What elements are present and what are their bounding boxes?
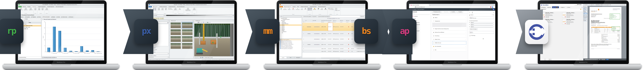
tools-section-label[interactable]: Werkzeuge⌃: [584, 6, 587, 7]
images-from-px-button[interactable]: ❐ Bilder aus PX: [335, 10, 340, 11]
next-page-icon[interactable]: ›: [546, 59, 547, 60]
ribbon-button[interactable]: Hauptbericht: [28, 8, 33, 10]
tree-item[interactable]: anlagen: [280, 30, 302, 31]
reload-button[interactable]: ○ Neu Laden: [168, 8, 172, 9]
prev-icon[interactable]: ‹: [196, 22, 196, 23]
email-button[interactable]: ✉E-Mail: [178, 8, 181, 10]
filter-cell[interactable]: Bei...: [303, 22, 306, 22]
stroke-width-select[interactable]: 1px ▾: [201, 22, 202, 23]
new-tab-icon[interactable]: +: [430, 5, 430, 6]
magnifier-icon[interactable]: [202, 57, 203, 58]
ribbon-tab[interactable]: Globale Konfiguration: [38, 6, 46, 7]
ribbon-tab[interactable]: Auswertung: [31, 6, 37, 7]
filter-cell[interactable]: Ist gleich: [346, 22, 351, 22]
suche-button[interactable]: Suche: [304, 8, 306, 10]
layout-item[interactable]: P060 Nachfrist abgelaufen (gefiltert): [280, 46, 302, 47]
close-tab-icon[interactable]: ✕: [428, 5, 428, 6]
download-icon[interactable]: ⤓: [622, 4, 622, 6]
tree-toolbar[interactable]: ◎⇅: [280, 16, 302, 17]
tree-item[interactable]: gebäude Downtown...: [280, 23, 302, 24]
remove-choice-icon[interactable]: ✕: [494, 26, 494, 27]
sub-tab[interactable]: Material: [51, 16, 56, 18]
window-controls[interactable]: —❐✕: [100, 4, 104, 5]
minimize-icon[interactable]: —: [362, 4, 362, 5]
stroke-width-select[interactable]: 1px ▾: [205, 22, 206, 23]
tree-item[interactable]: schnitt 4: [280, 28, 302, 29]
sub-tab[interactable]: Geräte: [56, 16, 60, 18]
plan-cutout[interactable]: [314, 34, 320, 34]
stamp-icon[interactable]: ◈: [585, 4, 586, 5]
form-field-row[interactable]: TTestabschnitt⁞: [432, 19, 466, 23]
data-label-checkbox[interactable]: Datenbeschriftung: [18, 56, 41, 58]
window-controls[interactable]: —❐✕: [491, 5, 494, 6]
minimize-icon[interactable]: —: [491, 5, 492, 6]
plan-cutout[interactable]: [314, 39, 320, 39]
schreiben-button[interactable]: ✍Schreiben: [313, 8, 316, 10]
layout-item[interactable]: P070 Klärungsbedarf mit NU (gefiltert): [280, 47, 302, 48]
filter-cell[interactable]: Beinhaltet: [321, 22, 328, 22]
ribbon-tab[interactable]: Projektkonfiguration: [309, 6, 318, 7]
ribbon-tab[interactable]: Benutzerkonfiguration: [176, 6, 186, 7]
kopieren-button[interactable]: ❐Kopieren: [288, 8, 291, 10]
nav-icon[interactable]: ◎: [280, 16, 280, 17]
user-filter-select[interactable]: Alle Benutzer▾: [149, 56, 168, 58]
custom-id-field[interactable]: Eigene IDoption-1: [469, 31, 494, 34]
pins-button[interactable]: Pins: [164, 8, 167, 10]
filter-cell[interactable]: [312, 22, 321, 22]
linked-section-label[interactable]: Verknüpft⌃: [584, 20, 587, 20]
first-page-icon[interactable]: «: [589, 4, 590, 5]
close-icon[interactable]: ✕: [233, 4, 234, 5]
photo-thumbnail[interactable]: [182, 36, 193, 42]
lock-icon[interactable]: [198, 22, 198, 23]
tree-item[interactable]: ark Sendling: [280, 22, 302, 23]
tree-item[interactable]: n im Westend: [280, 31, 302, 32]
ribbon-tab[interactable]: Start: [280, 6, 283, 7]
plan-cutout[interactable]: [314, 44, 320, 45]
tree-root[interactable]: ▾ räumliche Struktur: [280, 18, 302, 19]
layout-item[interactable]: P040 1. Frist abgelaufen (gefiltert): [280, 45, 302, 46]
ribbon-tab[interactable]: Bildrecherche: [152, 6, 158, 7]
column-header[interactable]: erfasst am: [333, 20, 340, 21]
select-all-button[interactable]: ▦ Alle markieren: [328, 8, 334, 9]
element-item[interactable]: ung: [412, 17, 430, 19]
tree-item[interactable]: gebäude: [280, 29, 302, 30]
slider-handle-right[interactable]: [233, 15, 234, 16]
close-icon[interactable]: ✕: [582, 9, 582, 10]
ribbon-button[interactable]: Export: [34, 8, 37, 10]
refresh-icon[interactable]: ↻: [541, 59, 542, 60]
plan-cutout[interactable]: [314, 27, 320, 27]
toggle-icon[interactable]: [469, 35, 471, 36]
select-icon[interactable]: ⬚: [155, 8, 156, 9]
ribbon-tab[interactable]: Globale Konfiguration: [300, 6, 309, 7]
defect-row[interactable]: 7 xxAdmin 4 MM 03.04.2017 AN Mangelanzei…: [302, 50, 365, 53]
edit-view-icon[interactable]: ▣: [310, 8, 312, 9]
search-icon[interactable]: [281, 16, 282, 16]
settings-tab-icon[interactable]: ⚙: [472, 12, 473, 13]
berichte-button[interactable]: ❏Berichte: [320, 8, 323, 10]
nav-ordner[interactable]: ❏Ordner: [566, 6, 571, 8]
chevron-down-icon[interactable]: ˅: [584, 59, 584, 60]
column-header[interactable]: letzter Planausschnitt: [321, 20, 328, 21]
construction-site-photo[interactable]: [194, 24, 234, 56]
tree-item[interactable]: schnitt 1: [280, 24, 302, 26]
photo-thumbnail[interactable]: [170, 29, 181, 35]
next-page-icon[interactable]: ›: [594, 4, 594, 5]
ribbon-tab[interactable]: Globale Konfiguration: [159, 6, 168, 7]
form-field-row[interactable]: ✍Ihre Unterschrift⁞: [432, 44, 466, 48]
choice-row[interactable]: Option 3✕: [469, 26, 494, 28]
list-icon[interactable]: ▥: [308, 9, 309, 10]
date-slider-track[interactable]: [166, 15, 232, 16]
more-options-icon[interactable]: ⁞: [465, 39, 466, 40]
display-icons[interactable]: ◫◧▭: [584, 12, 587, 13]
document-card[interactable]: Exakto Bau - Wohnen ... Exakto-Bau AG 4.…: [562, 12, 582, 18]
choice-row[interactable]: Option 2✕: [469, 24, 494, 26]
remove-choice-icon[interactable]: ✕: [494, 24, 494, 25]
breadcrumb[interactable]: edr software › Test1 Test Projekt ▾: [412, 9, 424, 10]
layout-item[interactable]: P020 Mängeleingabe unvollständig: [280, 42, 302, 44]
last-page-icon[interactable]: »: [595, 4, 596, 5]
sub-tab[interactable]: Tagesdaten: [24, 16, 30, 18]
ribbon-tab[interactable]: Start: [148, 6, 152, 7]
preview-tab-icon[interactable]: ⊙: [469, 12, 470, 13]
bearbeiten-button[interactable]: ✎Bearbeiten: [283, 8, 287, 10]
collapse-icon[interactable]: ▾ ⫶: [192, 20, 193, 21]
